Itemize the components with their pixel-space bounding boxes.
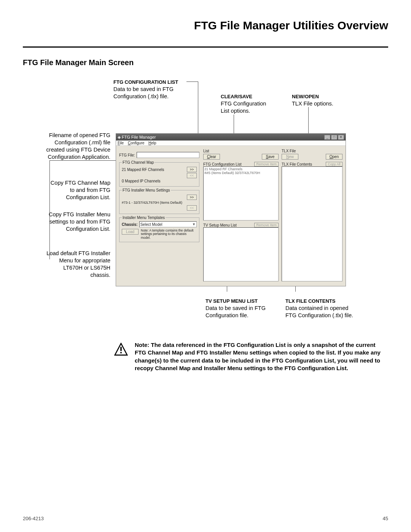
- clear-button[interactable]: Clear: [203, 154, 220, 160]
- chassis-label: Chassis:: [122, 222, 138, 227]
- copy-rf-right-button[interactable]: >>: [187, 167, 197, 172]
- ann-tv-setup: TV SETUP MENU LIST Data to be saved in F…: [206, 297, 282, 319]
- menubar: File Configure Help: [116, 141, 346, 146]
- installer-line: #73-1 - 32/37/42LT670H (Items Default): [122, 201, 182, 204]
- note-text: Note: The data referenced in the FTG Con…: [135, 341, 388, 372]
- template-note: Note: A template contains the default se…: [141, 229, 197, 240]
- tlx-file-fieldset-label: TLX File: [282, 149, 296, 153]
- installer-fieldset: FTG Installer Menu Settings >> #73-1 - 3…: [119, 188, 199, 214]
- maximize-button[interactable]: □: [331, 135, 337, 140]
- ann-new-open: NEW/OPEN TLX File options.: [292, 93, 353, 107]
- copy-rf-left-button[interactable]: <<: [187, 173, 197, 178]
- rf-channels-text: 21 Mapped RF Channels: [122, 168, 164, 172]
- remove-item-config-button[interactable]: Remove Item: [254, 162, 279, 166]
- open-button[interactable]: Open: [326, 154, 342, 160]
- remove-item-tvsetup-button[interactable]: Remove Item: [254, 223, 279, 227]
- tlx-contents-label: TLX File Contents: [282, 162, 312, 166]
- templates-fieldset: Installer Menu Templates Chassis: Select…: [119, 216, 199, 242]
- minimize-button[interactable]: _: [324, 135, 330, 140]
- chassis-select[interactable]: Select Model▼: [139, 221, 197, 227]
- copy-installer-left-button[interactable]: <<: [187, 205, 197, 211]
- svg-rect-2: [120, 352, 122, 353]
- section-title: FTG File Manager Main Screen: [23, 58, 388, 67]
- ftg-file-label: FTG File:: [119, 153, 135, 157]
- ann-chanmap: Copy FTG Channel Map to and from FTG Con…: [23, 179, 110, 201]
- diagram-area: FTG CONFIGURATION LIST Data to be saved …: [23, 78, 388, 322]
- ann-tlx-contents: TLX FILE CONTENTS Data contained in open…: [285, 297, 373, 319]
- ftg-config-list-label: FTG Configuration List: [203, 162, 242, 166]
- page-footer: 206-4213 45: [23, 516, 388, 521]
- ann-filename: Filename of opened FTG Configuration (.r…: [23, 132, 110, 160]
- warning-icon: [114, 343, 128, 356]
- menu-configure[interactable]: Configure: [128, 141, 144, 145]
- horizontal-rule: [23, 46, 388, 48]
- list-fieldset-label: List: [203, 149, 209, 153]
- doc-number: 206-4213: [23, 516, 44, 521]
- ann-clear-save: CLEAR/SAVE FTG Configuration List option…: [221, 93, 282, 115]
- tv-setup-list-label: TV Setup Menu List: [203, 223, 237, 227]
- channel-map-fieldset: FTG Channel Map 21 Mapped RF Channels >>…: [119, 160, 199, 187]
- page-number: 45: [383, 516, 388, 521]
- tv-setup-listbox[interactable]: [203, 227, 279, 281]
- copy-all-button[interactable]: Copy All: [326, 162, 342, 166]
- titlebar: ◈ FTG File Manager _ □ ✕: [116, 134, 346, 141]
- ftg-file-input[interactable]: [137, 152, 199, 158]
- app-title: ◈ FTG File Manager: [118, 135, 156, 140]
- load-button[interactable]: Load: [122, 229, 139, 235]
- page-title: FTG File Manager Utilities Overview: [23, 19, 388, 32]
- ann-installer: Copy FTG Installer Menu settings to and …: [23, 211, 110, 233]
- ip-channels-text: 0 Mapped IP Channels: [122, 179, 161, 183]
- menu-file[interactable]: File: [118, 141, 124, 145]
- close-button[interactable]: ✕: [338, 135, 344, 140]
- note-row: Note: The data referenced in the FTG Con…: [114, 341, 388, 372]
- ann-load-def: Load default FTG Installer Menu for appr…: [23, 250, 110, 278]
- ftg-config-listbox[interactable]: 21 Mapped RF Channels IMS (Items Default…: [203, 166, 279, 220]
- menu-help[interactable]: Help: [148, 141, 156, 145]
- svg-rect-1: [120, 347, 122, 351]
- save-button[interactable]: Save: [262, 154, 279, 160]
- copy-installer-right-button[interactable]: >>: [187, 195, 197, 200]
- tlx-contents-listbox[interactable]: [282, 166, 342, 281]
- app-window: ◈ FTG File Manager _ □ ✕ File Configure …: [116, 133, 346, 286]
- new-button[interactable]: New: [282, 154, 298, 160]
